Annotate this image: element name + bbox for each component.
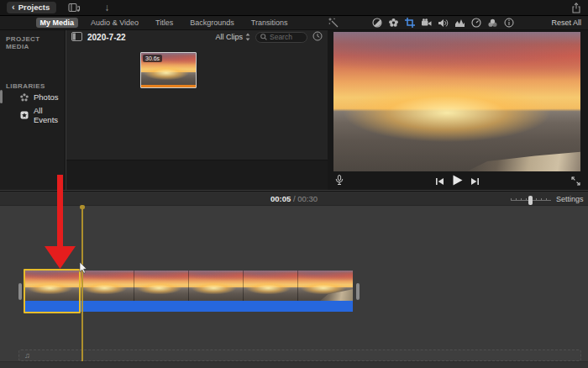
filters-icon[interactable]	[487, 18, 498, 28]
timecode-display: 00:05 / 00:30	[0, 194, 588, 203]
playhead-knob[interactable]	[80, 205, 85, 209]
speed-icon[interactable]	[471, 18, 481, 28]
media-browser-header: 2020-7-22 All Clips	[66, 30, 328, 44]
total-duration: 00:30	[297, 194, 318, 203]
filmstrip-frame	[80, 271, 134, 301]
search-icon	[260, 34, 267, 40]
tab-my-media[interactable]: My Media	[36, 18, 79, 28]
timeline-clip[interactable]	[25, 271, 353, 313]
back-chevron-icon: ‹	[12, 3, 15, 11]
timeline-settings-button[interactable]: Settings	[556, 195, 584, 203]
tab-backgrounds[interactable]: Backgrounds	[186, 18, 239, 28]
photos-flower-icon	[20, 93, 29, 102]
clip-trim-handle-left[interactable]	[18, 283, 22, 300]
stabilization-camera-icon[interactable]	[421, 18, 432, 28]
share-icon[interactable]	[571, 3, 581, 13]
timeline-header: 00:05 / 00:30 Settings	[0, 191, 588, 206]
crop-icon[interactable]	[405, 18, 415, 28]
photos-label: Photos	[34, 92, 59, 102]
filmstrip-frame	[134, 271, 189, 301]
music-note-icon: ♫	[24, 351, 30, 360]
timeline-bottom-strip	[0, 361, 588, 368]
media-clip-thumbnail[interactable]: 30.6s	[140, 52, 197, 88]
tab-titles[interactable]: Titles	[151, 18, 177, 28]
sidebar-toggle-icon[interactable]	[71, 29, 82, 45]
media-import-icon[interactable]	[68, 3, 81, 13]
search-input[interactable]	[270, 33, 307, 41]
skip-back-icon[interactable]	[435, 174, 444, 189]
tab-transitions[interactable]: Transitions	[247, 18, 292, 28]
timeline-zoom-slider[interactable]	[511, 198, 551, 201]
mouse-cursor	[79, 262, 87, 274]
current-time: 00:05	[270, 194, 291, 203]
all-events-label: All Events	[34, 106, 65, 124]
microphone-icon[interactable]	[335, 174, 344, 189]
color-balance-icon[interactable]	[372, 18, 382, 28]
playback-controls	[328, 173, 588, 190]
search-field[interactable]	[255, 32, 307, 43]
enhance-wand-icon[interactable]	[328, 18, 339, 28]
imovie-window: ‹ Projects ↓ My Media Audio & Video Ti	[0, 0, 588, 368]
filmstrip-frame	[189, 271, 244, 301]
tab-audio-video[interactable]: Audio & Video	[87, 18, 143, 28]
viewer-pane	[328, 30, 588, 190]
noise-reduction-icon[interactable]	[454, 18, 465, 28]
clip-duration-badge: 30.6s	[143, 55, 162, 62]
adjustments-toolbar: Reset All	[328, 16, 588, 30]
media-tabs: My Media Audio & Video Titles Background…	[0, 16, 328, 30]
project-media-heading: PROJECT MEDIA	[0, 30, 65, 50]
background-music-well[interactable]: ♫	[18, 350, 581, 361]
media-browser-footer-area	[66, 160, 328, 190]
sidebar-item-photos[interactable]: Photos	[0, 90, 65, 103]
zoom-slider-thumb[interactable]	[528, 196, 533, 205]
volume-icon[interactable]	[438, 18, 449, 28]
play-button-icon[interactable]	[452, 174, 463, 189]
top-toolbar: ‹ Projects ↓	[0, 0, 588, 16]
clip-trim-handle-right[interactable]	[356, 283, 360, 300]
projects-back-button[interactable]: ‹ Projects	[7, 2, 56, 13]
clip-appearance-icon[interactable]	[312, 29, 323, 45]
libraries-heading: LIBRARIES	[0, 77, 65, 90]
clip-favorite-bar	[141, 85, 196, 87]
media-browser: 2020-7-22 All Clips 30.6s	[66, 30, 328, 190]
filmstrip-frame	[244, 271, 298, 301]
timeline[interactable]: ♫	[0, 207, 588, 368]
clip-filter-dropdown[interactable]: All Clips	[215, 33, 243, 41]
libraries-sidebar: PROJECT MEDIA LIBRARIES Photos All Event…	[0, 30, 66, 190]
all-events-star-icon	[20, 111, 29, 119]
fullscreen-icon[interactable]	[571, 174, 580, 189]
dropdown-chevrons-icon[interactable]	[245, 29, 250, 45]
color-correction-icon[interactable]	[388, 18, 399, 28]
event-title: 2020-7-22	[87, 33, 126, 42]
selected-clip-range[interactable]	[24, 269, 81, 313]
sidebar-item-all-events[interactable]: All Events	[0, 103, 65, 126]
download-arrow-icon[interactable]: ↓	[104, 2, 109, 13]
projects-label: Projects	[18, 3, 50, 12]
video-preview[interactable]	[333, 32, 580, 171]
sidebar-scrollbar[interactable]	[0, 90, 3, 103]
beach-shore	[467, 149, 580, 171]
skip-forward-icon[interactable]	[470, 174, 480, 189]
reset-all-button[interactable]: Reset All	[551, 18, 581, 27]
playhead[interactable]	[81, 205, 83, 361]
filmstrip-frame	[298, 271, 353, 301]
info-icon[interactable]	[504, 18, 514, 28]
